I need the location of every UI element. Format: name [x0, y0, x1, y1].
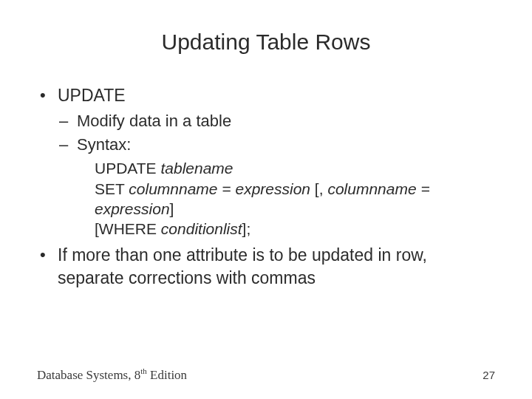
code-line-2: SET columnname = expression [, columnnam… [95, 179, 495, 219]
slide-footer: Database Systems, 8th Edition 27 [37, 366, 495, 383]
dash-list: Modify data in a table Syntax: [58, 110, 495, 155]
code-bracket-close: ] [170, 200, 174, 217]
bullet-multi-attribute: If more than one attribute is to be upda… [37, 244, 495, 290]
code-id-conditionlist: conditionlist [161, 220, 242, 237]
code-line-3: [WHERE conditionlist]; [95, 219, 495, 239]
code-id-tablename: tablename [160, 160, 233, 177]
footer-book-title: Database Systems, 8 [37, 368, 140, 382]
code-term: ]; [242, 220, 251, 237]
bullet-list: UPDATE Modify data in a table Syntax: UP… [37, 84, 495, 290]
code-line-1: UPDATE tablename [95, 158, 495, 178]
dash-modify: Modify data in a table [58, 110, 495, 132]
footer-edition-word: Edition [147, 368, 187, 382]
footer-ordinal: th [140, 366, 147, 375]
bullet-update-text: UPDATE [58, 86, 126, 105]
code-kw-where: [WHERE [95, 220, 161, 237]
code-kw-set: SET [95, 180, 129, 197]
code-id-colexpr1: columnname = expression [129, 180, 315, 197]
dash-syntax: Syntax: [58, 134, 495, 156]
code-kw-update: UPDATE [95, 160, 160, 177]
syntax-code-block: UPDATE tablename SET columnname = expres… [58, 158, 495, 239]
footer-book: Database Systems, 8th Edition [37, 366, 187, 383]
slide-title: Updating Table Rows [37, 30, 495, 55]
code-bracket-open: [, [315, 180, 328, 197]
bullet-update: UPDATE Modify data in a table Syntax: UP… [37, 84, 495, 239]
page-number: 27 [482, 369, 495, 381]
